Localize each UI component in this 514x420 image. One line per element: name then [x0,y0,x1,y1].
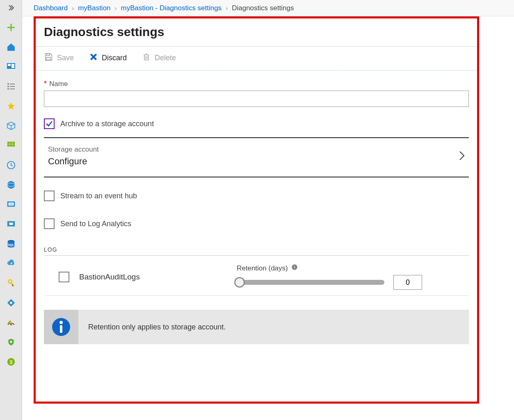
clock-icon[interactable] [6,160,16,170]
svg-point-36 [59,321,63,324]
info-icon[interactable]: i [291,264,298,272]
svg-rect-8 [10,89,15,89]
info-banner: Retention only applies to storage accoun… [44,310,469,344]
svg-rect-10 [10,142,12,144]
page-title: Diagnostics settings [44,25,469,39]
svg-point-5 [7,86,9,87]
send-log-analytics-checkbox[interactable] [44,218,55,229]
svg-rect-13 [10,144,12,147]
main-blade: Diagnostics settings Save Discard Delete [34,16,479,404]
svg-rect-2 [11,64,14,68]
favorite-icon[interactable] [6,101,16,111]
expand-icon[interactable] [6,2,16,13]
network-icon[interactable] [6,297,16,308]
close-icon [89,53,98,63]
delete-button[interactable]: Delete [142,52,176,64]
add-icon[interactable] [6,22,16,33]
svg-text:i: i [294,265,295,269]
chevron-right-icon: › [226,5,228,11]
list-icon[interactable] [6,81,16,92]
database-icon[interactable]: SQL [6,238,16,249]
svg-rect-9 [7,142,9,144]
home-icon[interactable] [6,42,16,52]
shield-icon[interactable] [6,337,16,347]
retention-days-input[interactable] [393,275,422,290]
cube-icon[interactable] [6,120,16,131]
log-item-name: BastionAuditLogs [79,272,227,282]
svg-point-3 [7,83,9,85]
log-row: BastionAuditLogs Retention (days) i [44,256,469,296]
svg-point-23 [11,263,12,264]
svg-rect-1 [8,64,11,66]
key-icon[interactable] [6,278,16,288]
save-button[interactable]: Save [44,52,74,64]
chevron-right-icon: › [115,5,117,11]
breadcrumb-current: Diagnostics settings [232,4,294,12]
gauge-icon[interactable] [6,317,16,328]
breadcrumb-dashboard[interactable]: Dashboard [34,4,68,12]
storage-account-row[interactable]: Storage account Configure [44,138,469,177]
cloud-gear-icon[interactable] [6,258,16,269]
monitor2-icon[interactable] [6,219,16,229]
breadcrumb-mybastion[interactable]: myBastion [78,4,110,12]
info-message: Retention only applies to storage accoun… [78,323,235,331]
name-input[interactable] [44,91,469,107]
dashboard-icon[interactable] [6,61,16,72]
stream-event-hub-checkbox[interactable] [44,191,55,201]
log-section-header: LOG [44,246,469,256]
svg-rect-20 [9,222,13,225]
svg-rect-12 [7,144,9,147]
globe-icon[interactable] [6,179,16,190]
name-label: * Name [44,79,469,88]
svg-rect-4 [10,84,15,84]
svg-rect-6 [10,86,15,87]
monitor-icon[interactable] [6,199,16,210]
log-item-checkbox[interactable] [59,272,69,282]
svg-text:$: $ [9,359,12,365]
svg-text:SQL: SQL [8,243,14,247]
svg-rect-11 [12,142,14,144]
cost-icon[interactable]: $ [6,356,16,367]
breadcrumb: Dashboard › myBastion › myBastion - Diag… [22,0,514,16]
archive-storage-label: Archive to a storage account [60,120,154,128]
grid-icon[interactable] [6,140,16,151]
info-icon [44,310,78,344]
retention-label: Retention (days) [237,264,288,272]
log-section: LOG BastionAuditLogs Retention (days) i [44,246,469,296]
breadcrumb-diag-settings-res[interactable]: myBastion - Diagnostics settings [121,4,222,12]
storage-account-value: Configure [48,156,99,167]
command-bar: Save Discard Delete [36,47,477,70]
discard-button[interactable]: Discard [89,53,127,63]
svg-rect-35 [60,325,62,333]
svg-rect-30 [46,54,49,56]
discard-label: Discard [102,54,127,62]
chevron-right-icon [459,151,465,162]
svg-point-27 [10,341,12,343]
retention-slider[interactable] [237,280,384,285]
svg-rect-14 [12,144,14,147]
svg-point-26 [10,324,12,326]
delete-label: Delete [155,54,176,62]
svg-rect-31 [46,57,50,60]
svg-point-25 [10,302,12,304]
trash-icon [142,52,151,64]
slider-thumb[interactable] [234,277,245,288]
send-log-analytics-label: Send to Log Analytics [60,220,131,228]
left-nav-sidebar: SQL $ [0,0,22,420]
storage-account-label: Storage account [48,145,99,154]
svg-point-16 [7,181,14,188]
save-icon [44,52,53,64]
archive-storage-checkbox[interactable] [44,118,55,129]
svg-point-7 [7,88,9,90]
chevron-right-icon: › [72,5,74,11]
stream-event-hub-label: Stream to an event hub [60,192,137,200]
save-label: Save [57,54,74,62]
required-icon: * [44,79,47,88]
